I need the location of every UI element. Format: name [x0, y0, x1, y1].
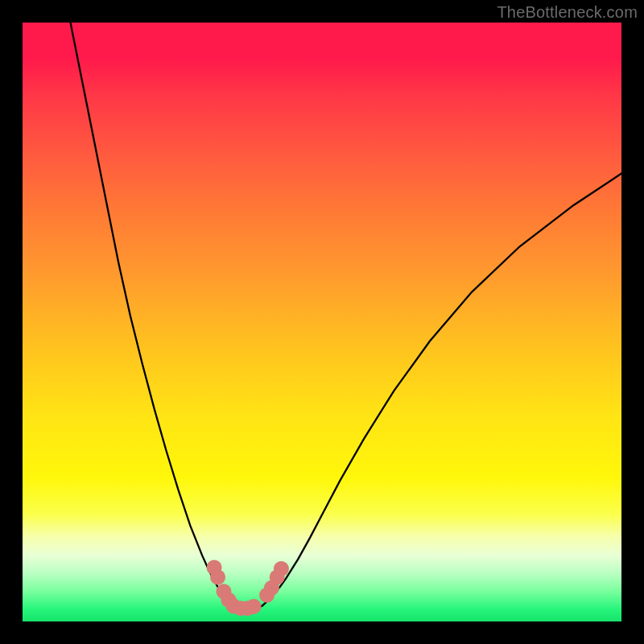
marker-point [210, 569, 225, 584]
chart-frame: TheBottleneck.com [0, 0, 644, 644]
marker-point [246, 599, 262, 614]
marker-point [274, 561, 289, 576]
curve-layer [23, 23, 621, 621]
plot-area [23, 23, 621, 621]
watermark-text: TheBottleneck.com [497, 3, 638, 22]
series-left-curve [71, 23, 233, 606]
series-right-curve [262, 173, 621, 605]
